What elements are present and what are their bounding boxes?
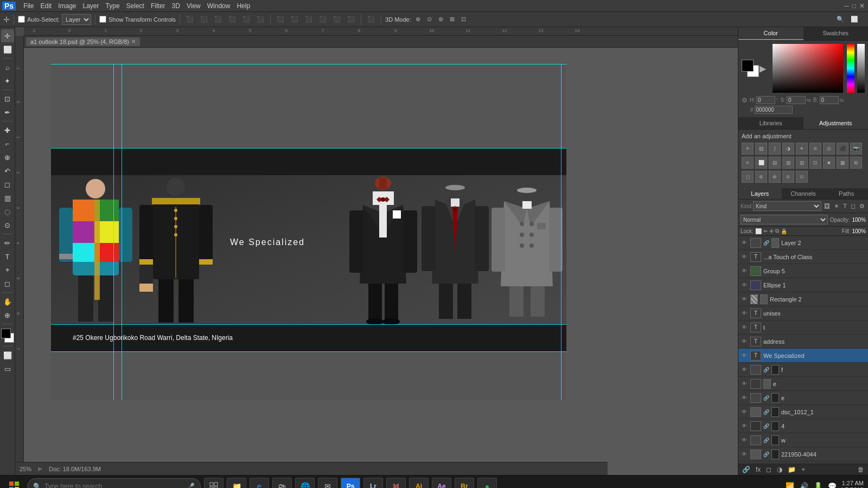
store-btn[interactable]: 🛍 <box>272 478 292 489</box>
distribute-left-btn[interactable]: ⬛ <box>275 15 286 24</box>
layer-row-rect2[interactable]: 👁 Rectangle 2 <box>738 292 868 306</box>
aftereffects-btn[interactable]: Ae <box>432 478 451 489</box>
layer-fx-btn[interactable]: fx <box>754 465 762 474</box>
marquee-tool[interactable]: ⬜ <box>1 43 14 56</box>
eyedropper-tool[interactable]: ✒ <box>1 106 14 119</box>
adj-grad-icon[interactable]: ▦ <box>837 157 848 169</box>
battery-icon[interactable]: 🔋 <box>812 482 824 488</box>
layer-vis-rect2[interactable]: 👁 <box>741 296 748 302</box>
layer-row-unisex[interactable]: 👁 T unisex <box>738 306 868 320</box>
3d-mode-btn2[interactable]: ⊙ <box>425 15 434 24</box>
layer-vis-ellipse1[interactable]: 👁 <box>741 282 748 288</box>
settings-icon[interactable]: ⚙ <box>742 97 748 104</box>
adj-pattern-icon[interactable]: ⊞ <box>850 157 862 169</box>
search-btn[interactable]: 🔍 <box>834 15 846 24</box>
layer-link-btn[interactable]: 🔗 <box>741 465 752 474</box>
layer-folder-btn[interactable]: 📁 <box>786 465 797 474</box>
path-selection-tool[interactable]: ⌖ <box>1 264 14 277</box>
adj-threshold-icon[interactable]: ▧ <box>782 157 794 169</box>
layer-dropdown[interactable]: Layer <box>62 14 91 25</box>
filter-adjust-btn[interactable]: ☀ <box>833 202 840 210</box>
align-right-btn[interactable]: ⬛ <box>254 15 266 24</box>
layer-row-e-img[interactable]: 👁 🔗 e <box>738 391 868 405</box>
menu-layer[interactable]: Layer <box>83 2 99 10</box>
layer-row-221950[interactable]: 👁 🔗 221950-4044 <box>738 447 868 461</box>
layer-vis-w[interactable]: 👁 <box>741 437 748 443</box>
doc-tab-close[interactable]: ✕ <box>131 38 136 44</box>
tab-layers[interactable]: Layers <box>738 188 782 199</box>
brightness-bar[interactable] <box>857 44 865 93</box>
tab-paths[interactable]: Paths <box>825 188 868 199</box>
distribute-top-btn[interactable]: ⬛ <box>317 15 329 24</box>
adj-extra5-icon[interactable]: ⊙ <box>796 171 808 183</box>
layer-row-dsc[interactable]: 👁 🔗 dsc_1012_1 <box>738 405 868 419</box>
file-explorer-btn[interactable]: 📁 <box>227 478 246 489</box>
edge-btn[interactable]: e <box>250 478 269 489</box>
align-bottom-btn[interactable]: ⬛ <box>212 15 224 24</box>
layer-vis-4[interactable]: 👁 <box>741 423 748 429</box>
adj-vibrance-icon[interactable]: ✦ <box>796 143 808 155</box>
layer-adj-btn[interactable]: ◑ <box>775 465 784 474</box>
photoshop-btn[interactable]: Ps <box>341 478 360 489</box>
tab-swatches[interactable]: Swatches <box>803 27 869 40</box>
mail-btn[interactable]: ✉ <box>318 478 337 489</box>
adj-extra4-icon[interactable]: ⊘ <box>782 171 794 183</box>
menu-file[interactable]: File <box>23 2 34 10</box>
adj-solid-icon[interactable]: ■ <box>823 157 835 169</box>
adj-bw-icon[interactable]: ⬛ <box>837 143 848 155</box>
3d-mode-btn5[interactable]: ⊡ <box>459 15 468 24</box>
menu-3d[interactable]: 3D <box>172 2 180 10</box>
align-top-btn[interactable]: ⬛ <box>184 15 196 24</box>
distribute-vcenter-btn[interactable]: ⬛ <box>331 15 343 24</box>
gradient-tool[interactable]: ▥ <box>1 191 14 204</box>
3d-mode-btn4[interactable]: ⊠ <box>448 15 457 24</box>
move-tool[interactable]: ✛ <box>1 29 14 42</box>
volume-icon[interactable]: 🔊 <box>798 482 810 488</box>
layer-row-group5[interactable]: 👁 Group 5 <box>738 264 868 278</box>
align-hcenter-btn[interactable]: ⬛ <box>240 15 252 24</box>
3d-mode-btn3[interactable]: ⊛ <box>436 15 445 24</box>
fg-color-swatch[interactable] <box>1 329 11 338</box>
hex-input[interactable] <box>755 106 793 114</box>
layers-filter-select[interactable]: Kind <box>753 201 821 211</box>
layer-vis-f[interactable]: 👁 <box>741 367 748 373</box>
history-brush-tool[interactable]: ↶ <box>1 164 14 177</box>
layer-vis-wespecialized[interactable]: 👁 <box>741 352 748 358</box>
taskbar-search-bar[interactable]: 🔍 🎤 <box>27 478 201 489</box>
adj-exposure-icon[interactable]: ◑ <box>782 143 794 155</box>
show-transform-checkbox[interactable] <box>99 16 106 23</box>
layer-new-btn[interactable]: + <box>800 465 807 474</box>
adj-selectcolor-icon[interactable]: ⊡ <box>809 157 821 169</box>
distribute-right-btn[interactable]: ⬛ <box>303 15 315 24</box>
adj-curves-icon[interactable]: ∫ <box>769 143 781 155</box>
layer-row-e-group[interactable]: 👁 e <box>738 377 868 391</box>
adj-extra1-icon[interactable]: ◻ <box>742 171 754 183</box>
eraser-tool[interactable]: ◻ <box>1 178 14 191</box>
arrange-btn[interactable]: ⬛ <box>365 15 377 24</box>
other-app-btn[interactable]: ● <box>477 478 497 489</box>
task-view-btn[interactable] <box>204 478 224 489</box>
layer-vis-221950[interactable]: 👁 <box>741 451 748 457</box>
bridge-btn[interactable]: Br <box>455 478 474 489</box>
layer-row-wespecialized[interactable]: 👁 T We Specialized <box>738 349 868 363</box>
type-tool[interactable]: T <box>1 250 14 263</box>
layer-row-ellipse1[interactable]: 👁 Ellipse 1 <box>738 278 868 292</box>
pen-tool[interactable]: ✏ <box>1 236 14 249</box>
adj-colbal-icon[interactable]: ⚖ <box>823 143 835 155</box>
close-btn[interactable]: ✕ <box>859 2 865 10</box>
filter-pixel-btn[interactable]: 🖼 <box>823 202 831 210</box>
layer-vis-dsc[interactable]: 👁 <box>741 409 748 415</box>
indesign-btn[interactable]: Id <box>386 478 406 489</box>
align-vcenter-btn[interactable]: ⬛ <box>198 15 210 24</box>
layer-delete-btn[interactable]: 🗑 <box>856 465 866 474</box>
layer-row-address[interactable]: 👁 T address <box>738 335 868 349</box>
layer-row-layer2[interactable]: 👁 🔗 Layer 2 <box>738 236 868 250</box>
document-canvas[interactable]: We Specialized <box>51 64 566 400</box>
layer-vis-touch[interactable]: 👁 <box>741 254 748 260</box>
healing-brush-tool[interactable]: ✚ <box>1 124 14 137</box>
blend-mode-select[interactable]: Normal <box>741 215 828 224</box>
tab-libraries[interactable]: Libraries <box>738 117 803 129</box>
layer-vis-t[interactable]: 👁 <box>741 324 748 330</box>
layer-row-4[interactable]: 👁 🔗 4 <box>738 419 868 433</box>
filter-shape-btn[interactable]: ◻ <box>850 202 857 210</box>
